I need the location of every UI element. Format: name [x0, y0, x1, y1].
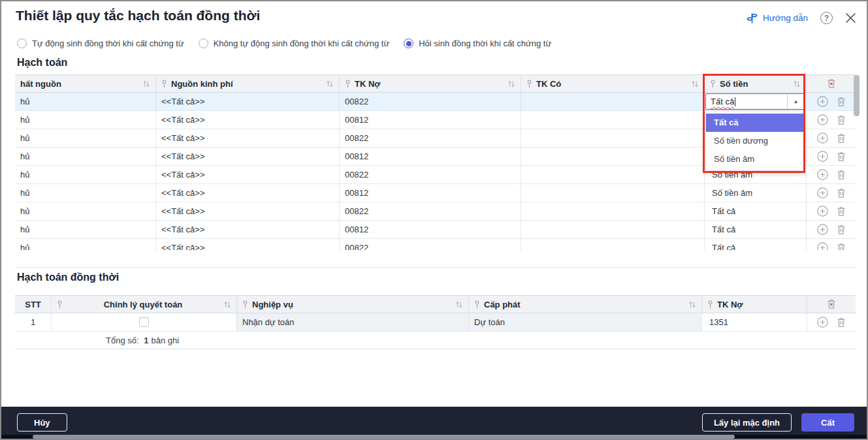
delete-row-button[interactable] [837, 151, 846, 162]
add-row-button[interactable] [817, 242, 828, 250]
sort-icon[interactable] [326, 80, 334, 87]
close-icon[interactable] [845, 12, 856, 24]
cell-tk-co [521, 129, 704, 147]
sort-icon[interactable] [142, 80, 150, 87]
pin-icon[interactable] [161, 80, 167, 88]
cell-actions [806, 129, 856, 147]
column-header-tk-no-2[interactable]: TK Nợ [701, 296, 807, 313]
header-actions: Hướng dẫn ? [746, 12, 856, 24]
delete-row-button[interactable] [837, 188, 846, 198]
dropdown-option-1[interactable]: Tất cả [706, 114, 803, 132]
radio-label: Tự động sinh đồng thời khi cất chứng từ [32, 39, 184, 48]
delete-all-icon[interactable] [827, 78, 836, 89]
column-header-tk-no[interactable]: TK Nợ [339, 75, 521, 92]
sort-icon[interactable] [223, 301, 231, 308]
table-row[interactable]: hủ<<Tất cả>>00812Số tiền âm [15, 184, 856, 202]
save-button[interactable]: Cất [801, 413, 854, 432]
add-row-button[interactable] [817, 317, 828, 328]
column-header-cap-phat[interactable]: Cấp phát [468, 296, 701, 313]
guide-icon [746, 12, 758, 24]
add-row-button[interactable] [817, 151, 828, 162]
vertical-scrollbar[interactable] [854, 75, 860, 116]
cell-tk-no: 00812 [339, 148, 521, 165]
delete-all-icon[interactable] [827, 299, 836, 309]
delete-row-button[interactable] [837, 243, 846, 251]
text-cursor [735, 97, 735, 106]
delete-row-button[interactable] [837, 317, 846, 328]
pin-icon[interactable] [710, 80, 716, 88]
dropdown-option-2[interactable]: Số tiền dương [706, 132, 803, 150]
column-header-so-tien[interactable]: Số tiền [704, 75, 806, 92]
delete-row-button[interactable] [837, 170, 846, 180]
horizontal-scrollbar-thumb[interactable] [33, 435, 735, 439]
cell-chinh-ly [51, 313, 236, 331]
add-row-button[interactable] [817, 224, 828, 235]
dropdown-option-3[interactable]: Số tiền âm [706, 150, 803, 168]
add-row-button[interactable] [817, 187, 828, 198]
radio-option-1[interactable]: Tự động sinh đồng thời khi cất chứng từ [17, 39, 184, 48]
sort-icon[interactable] [455, 301, 463, 308]
cell-actions [806, 166, 856, 183]
column-header-chinh-ly-quyet-toan[interactable]: Chỉnh lý quyết toán [51, 296, 236, 313]
table-row[interactable]: hủ<<Tất cả>>00822Tất cả [15, 202, 856, 221]
cell-so-tien: Tất cả [704, 221, 806, 238]
sort-icon[interactable] [793, 80, 801, 87]
combobox-input[interactable]: Tất cả [706, 94, 787, 109]
pin-icon[interactable] [345, 80, 351, 88]
add-row-button[interactable] [817, 133, 828, 144]
so-tien-combobox[interactable]: Tất cả▲ [705, 93, 805, 110]
table-row[interactable]: hủ<<Tất cả>>00822Tất cả▲ [15, 93, 856, 111]
pin-icon[interactable] [242, 300, 248, 309]
table-footer: Tổng số: 1bản ghi [15, 332, 856, 349]
column-header-nguon-kinh-phi[interactable]: Nguồn kinh phí [155, 75, 339, 92]
pin-icon[interactable] [57, 300, 63, 309]
delete-row-button[interactable] [837, 206, 846, 217]
add-row-button[interactable] [817, 206, 828, 217]
delete-row-button[interactable] [837, 225, 846, 235]
delete-row-button[interactable] [837, 97, 846, 107]
radio-option-3[interactable]: Hỏi sinh đồng thời khi cất chứng từ [404, 39, 551, 48]
pin-icon[interactable] [707, 300, 713, 309]
add-row-button[interactable] [817, 114, 828, 125]
cell-so-tien: Tất cả▲ [704, 93, 806, 110]
column-header-tk-co[interactable]: TK Có [521, 75, 704, 92]
guide-label: Hướng dẫn [763, 13, 808, 23]
sort-icon[interactable] [691, 80, 699, 87]
guide-link[interactable]: Hướng dẫn [746, 12, 808, 24]
sort-icon[interactable] [688, 301, 696, 308]
horizontal-scrollbar[interactable] [1, 435, 867, 439]
combobox-toggle[interactable]: ▲ [787, 94, 804, 109]
radio-dot[interactable] [17, 39, 27, 48]
cell-actions [806, 93, 856, 110]
cell-tinh-chat-nguon: hủ [15, 166, 155, 183]
radio-option-2[interactable]: Không tự động sinh đồng thời khi cất chứ… [199, 39, 390, 48]
add-row-button[interactable] [817, 96, 828, 107]
radio-label: Không tự động sinh đồng thời khi cất chứ… [214, 39, 390, 48]
cell-nguon-kinh-phi: <<Tất cả>> [155, 129, 339, 147]
add-row-button[interactable] [817, 169, 828, 180]
pin-icon[interactable] [474, 300, 480, 309]
cell-tk-no: 00822 [339, 93, 521, 110]
cell-tinh-chat-nguon: hủ [15, 93, 155, 110]
column-header-nghiep-vu[interactable]: Nghiệp vụ [236, 296, 468, 313]
footer-bar-right: Lấy lại mặc định Cất [702, 413, 854, 432]
radio-dot[interactable] [199, 39, 208, 48]
cell-nghiep-vu: Nhận dự toán [236, 313, 468, 331]
reset-default-button[interactable]: Lấy lại mặc định [702, 413, 792, 432]
table-row[interactable]: 1 Nhận dự toán Dự toán 1351 [15, 313, 856, 332]
delete-row-button[interactable] [837, 133, 846, 144]
delete-row-button[interactable] [837, 115, 846, 125]
column-header-delete-all[interactable] [807, 296, 856, 313]
footer-bar: Hủy Lấy lại mặc định Cất [1, 407, 867, 439]
column-header-delete-all[interactable] [806, 75, 856, 92]
sort-icon[interactable] [507, 80, 515, 87]
table-row[interactable]: hủ<<Tất cả>>00822Tất cả [15, 239, 856, 250]
table-row[interactable]: hủ<<Tất cả>>00812Tất cả [15, 221, 856, 239]
column-header-tinh-chat-nguon[interactable]: hất nguồn [15, 75, 155, 92]
cancel-button[interactable]: Hủy [17, 413, 67, 432]
cell-actions [806, 184, 856, 202]
radio-dot[interactable] [404, 39, 413, 48]
pin-icon[interactable] [526, 80, 532, 88]
help-icon[interactable]: ? [820, 12, 833, 24]
chinh-ly-checkbox[interactable] [139, 317, 149, 327]
